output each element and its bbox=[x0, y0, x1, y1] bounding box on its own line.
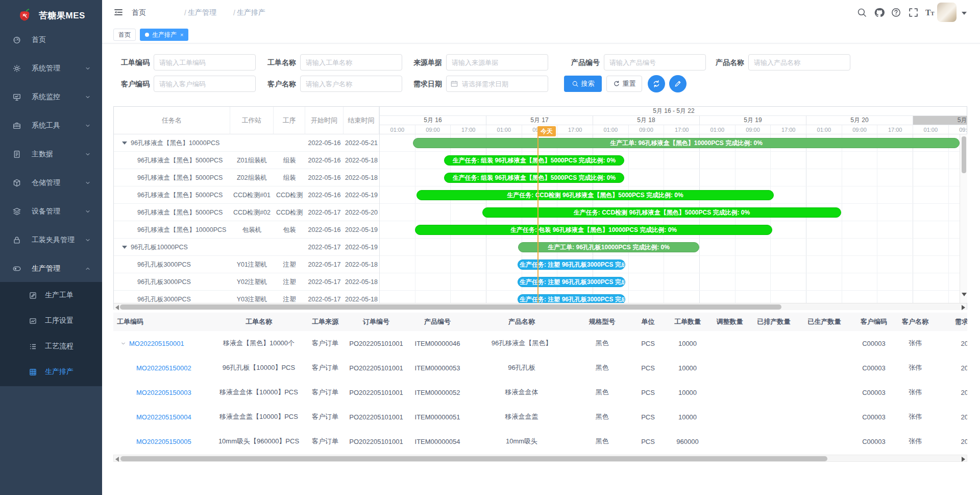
tab-首页[interactable]: 首页 bbox=[113, 29, 136, 41]
github-icon[interactable] bbox=[874, 7, 885, 18]
gantt-task-station: Y01注塑机 bbox=[230, 256, 274, 273]
table-cell: PCS bbox=[631, 331, 665, 356]
gantt-tick: 17:00 bbox=[451, 125, 486, 134]
gantt-task-start: 2022-05-17 bbox=[305, 273, 344, 291]
sidebar-item-首页[interactable]: 首页 bbox=[0, 27, 102, 53]
gantt-tick: 01:00 bbox=[913, 125, 949, 134]
gantt-task-process: 注塑 bbox=[274, 256, 305, 273]
gantt-bar[interactable]: 生产任务: 注塑 96孔孔板3000PCS 完成比例: 0% bbox=[518, 277, 625, 287]
table-cell: MO202205150005 bbox=[113, 429, 215, 454]
filter-input-工单编码[interactable] bbox=[154, 54, 256, 70]
fontsize-icon[interactable]: TT bbox=[925, 7, 936, 18]
table-horizontal-scroll-thumb[interactable] bbox=[120, 456, 827, 461]
sidebar-item-系统工具[interactable]: 系统工具 bbox=[0, 113, 102, 138]
reset-button[interactable]: 重置 bbox=[606, 76, 642, 92]
edit-schedule-button[interactable] bbox=[669, 75, 687, 92]
table-scroll-right-icon[interactable] bbox=[962, 457, 965, 462]
sidebar-subitem-生产工单[interactable]: 生产工单 bbox=[0, 282, 102, 308]
tab-bar: 首页生产排产× bbox=[102, 25, 980, 43]
work-order-link[interactable]: MO202205150004 bbox=[136, 413, 191, 421]
work-order-link[interactable]: MO202205150005 bbox=[136, 438, 191, 445]
gantt-task-name: 96孔孔板10000PCS bbox=[114, 239, 230, 256]
gantt-task-name: 96孔孔板3000PCS bbox=[114, 256, 230, 273]
filter-input-来源单据[interactable] bbox=[446, 54, 548, 70]
gantt-task-process: 包装 bbox=[274, 221, 305, 239]
gantt-task-start: 2022-05-16 bbox=[305, 152, 344, 169]
table-scroll-left-icon[interactable] bbox=[115, 457, 119, 462]
gantt-vertical-scroll-thumb[interactable] bbox=[962, 136, 966, 173]
sidebar-subitem-生产排产[interactable]: 生产排产 bbox=[0, 359, 102, 385]
gantt-column-header-结束时间: 结束时间 bbox=[344, 107, 379, 134]
filter-input-产品名称[interactable] bbox=[748, 54, 850, 70]
work-order-link[interactable]: MO202205150002 bbox=[136, 364, 191, 372]
work-order-link[interactable]: MO202205150003 bbox=[136, 389, 191, 396]
gantt-bar[interactable]: 生产任务: 注塑 96孔孔板3000PCS 完成比例: 0% bbox=[518, 294, 625, 303]
gantt-task-station: CCD检测#01 bbox=[230, 186, 274, 204]
gantt-task-end: 2022-05-19 bbox=[344, 186, 379, 204]
gantt-horizontal-scroll-thumb[interactable] bbox=[120, 304, 781, 310]
gantt-scroll-right-icon[interactable] bbox=[962, 305, 965, 310]
filter-input-客户名称[interactable] bbox=[300, 76, 402, 92]
expand-arrow-icon[interactable] bbox=[122, 142, 127, 145]
gantt-bar[interactable]: 生产任务: CCD检测 96孔移液盒【黑色】5000PCS 完成比例: 0% bbox=[416, 190, 774, 200]
hamburger-fold-icon[interactable] bbox=[113, 7, 124, 17]
monitor-icon bbox=[12, 92, 21, 102]
gantt-task-station: 包装机 bbox=[230, 221, 274, 239]
breadcrumb-item-首页[interactable]: 首页 bbox=[132, 0, 146, 25]
sidebar-item-工装夹具管理[interactable]: 工装夹具管理 bbox=[0, 227, 102, 253]
sidebar-item-label: 设备管理 bbox=[32, 207, 60, 216]
chevron-down-icon[interactable] bbox=[120, 341, 126, 346]
filter-label-工单编码: 工单编码 bbox=[104, 54, 150, 70]
filter-input-工单名称[interactable] bbox=[300, 54, 402, 70]
work-order-link[interactable]: MO202205150001 bbox=[129, 340, 184, 347]
filter-input-客户编码[interactable] bbox=[154, 76, 256, 92]
sidebar-item-设备管理[interactable]: 设备管理 bbox=[0, 199, 102, 224]
tab-生产排产[interactable]: 生产排产× bbox=[140, 29, 188, 41]
expand-arrow-icon[interactable] bbox=[122, 246, 127, 249]
gantt-scroll-left-icon[interactable] bbox=[115, 305, 119, 310]
gantt-bar[interactable]: 生产工单: 96孔移液盒【黑色】10000PCS 完成比例: 0% bbox=[413, 138, 960, 148]
sidebar-item-系统监控[interactable]: 系统监控 bbox=[0, 84, 102, 110]
search-icon[interactable] bbox=[856, 7, 867, 18]
tab-label: 生产排产 bbox=[152, 31, 177, 39]
filter-input-产品编号[interactable] bbox=[604, 54, 706, 70]
gantt-task-name: 96孔孔板3000PCS bbox=[114, 273, 230, 291]
gantt-bar[interactable]: 生产任务: 注塑 96孔孔板3000PCS 完成比例: 0% bbox=[518, 260, 625, 270]
gantt-task-name: 96孔移液盒【黑色】5000PCS bbox=[114, 186, 230, 204]
refresh-schedule-button[interactable] bbox=[648, 75, 665, 92]
question-icon[interactable] bbox=[891, 7, 901, 18]
gantt-tick: 09:00 bbox=[736, 125, 771, 134]
sidebar-subitem-工艺流程[interactable]: 工艺流程 bbox=[0, 334, 102, 359]
sidebar-item-生产管理[interactable]: 生产管理 bbox=[0, 256, 102, 281]
gantt-bar[interactable]: 生产任务: CCD检测 96孔移液盒【黑色】5000PCS 完成比例: 0% bbox=[482, 207, 841, 218]
sidebar-subitem-工序设置[interactable]: 工序设置 bbox=[0, 308, 102, 334]
gantt-task-name: 96孔移液盒【黑色】5000PCS bbox=[114, 152, 230, 169]
gantt-task-end: 2022-05-18 bbox=[344, 256, 379, 273]
gantt-bar-label: 生产任务: CCD检测 96孔移液盒【黑色】5000PCS 完成比例: 0% bbox=[574, 208, 750, 217]
sidebar-item-系统管理[interactable]: 系统管理 bbox=[0, 56, 102, 81]
avatar-caret-down-icon[interactable] bbox=[962, 11, 967, 15]
gantt-bar[interactable]: 生产任务: 包装 96孔移液盒【黑色】10000PCS 完成比例: 0% bbox=[415, 225, 772, 235]
svg-text:T: T bbox=[931, 11, 935, 16]
svg-text:T: T bbox=[925, 8, 931, 17]
gantt-vertical-scrollbar bbox=[960, 134, 967, 303]
filter-input-需求日期[interactable] bbox=[446, 76, 548, 92]
sidebar-item-主数据[interactable]: 主数据 bbox=[0, 142, 102, 167]
tab-label: 首页 bbox=[118, 31, 131, 39]
gantt-bar[interactable]: 生产任务: 组装 96孔移液盒【黑色】5000PCS 完成比例: 0% bbox=[444, 173, 624, 183]
tab-close-icon[interactable]: × bbox=[180, 32, 183, 38]
avatar[interactable] bbox=[937, 3, 957, 22]
gantt-bar[interactable]: 生产任务: 组装 96孔移液盒【黑色】5000PCS 完成比例: 0% bbox=[444, 155, 624, 166]
search-button[interactable]: 搜索 bbox=[564, 76, 602, 92]
sidebar-item-仓储管理[interactable]: 仓储管理 bbox=[0, 170, 102, 196]
table-cell: C00003 bbox=[850, 356, 898, 380]
gantt-scroll-down-icon[interactable] bbox=[962, 293, 967, 296]
gantt-bar[interactable]: 生产工单: 96孔孔板10000PCS 完成比例: 0% bbox=[518, 242, 699, 252]
chart-icon bbox=[29, 317, 37, 325]
fullscreen-icon[interactable] bbox=[908, 7, 919, 18]
breadcrumb-item-生产管理[interactable]: 生产管理 bbox=[188, 0, 216, 25]
table-cell bbox=[749, 405, 799, 429]
gantt-task-row: 96孔移液盒【黑色】10000PCS包装机包装2022-05-162022-05… bbox=[114, 221, 379, 239]
filter-label-客户编码: 客户编码 bbox=[104, 76, 150, 92]
app-logo[interactable]: 苦糖果MES bbox=[0, 0, 102, 31]
